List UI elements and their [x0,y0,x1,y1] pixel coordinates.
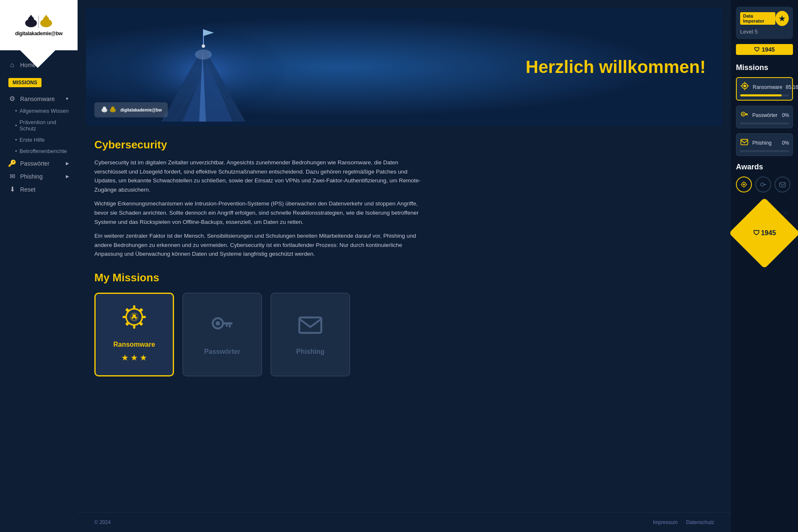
award-phishing [775,176,790,192]
phishing-progress-bg [740,150,789,152]
svg-rect-62 [746,184,747,185]
svg-rect-61 [741,184,742,185]
missions-section-label: Missions [736,63,793,72]
svg-rect-44 [299,317,322,333]
hero-banner: digitalakademie@bw Herzlich willkommen! [86,8,723,126]
svg-point-58 [743,184,745,186]
copyright: © 2024 [94,519,111,525]
phishing-card-label: Phishing [296,348,325,356]
phishing-label: Phishing [20,173,43,180]
footer: © 2024 Impressum Datenschutz [78,512,731,532]
mission-card-passwoerter[interactable]: Passwörter [182,293,262,376]
chevron-right-icon: ▶ [66,161,69,166]
hero-logo-svg [100,106,117,114]
ransomware-card-label: Ransomware [113,341,155,348]
score-popup-close[interactable]: ✕ [782,209,788,218]
svg-point-13 [202,44,205,48]
cybersecurity-p2: Wichtige Erkennungsmechanismen wie Intru… [94,199,430,226]
svg-rect-59 [743,182,744,182]
mission-item-passwoerter-icon [740,109,749,121]
missions-badge: MISSIONS [8,78,42,87]
logo-svg [20,14,57,31]
svg-point-20 [195,49,212,60]
score-shield-icon: 🛡 [753,229,760,237]
logo-area: digitalakademie@bw [0,0,78,50]
impressum-link[interactable]: Impressum [653,519,678,525]
cybersecurity-p3: Ein weiterer zentraler Faktor ist der Me… [94,231,430,259]
svg-rect-43 [226,324,228,327]
svg-point-40 [216,321,220,326]
mission-item-passwoerter[interactable]: Passwörter 0% [736,106,793,128]
mission-card-ransomware[interactable]: Ransomware ★ ★ ★ [94,293,174,376]
key-icon: 🔑 [8,159,16,167]
svg-marker-5 [44,15,48,17]
mission-item-ransomware-icon [740,81,749,93]
svg-point-55 [742,113,744,115]
score-popup[interactable]: ✕ 🛡 1945 [737,206,792,260]
right-panel: Data Imperator ★ Level 5 🛡 1945 Missions [731,0,798,532]
sidebar-item-betroffenenberichte[interactable]: Betroffenenberichte [0,145,78,157]
logo-content: digitalakademie@bw [15,14,62,36]
allgemeines-label: Allgemeines Wissen [20,108,69,114]
mission-item-phishing-header: Phishing 0% [740,137,789,148]
datenschutz-link[interactable]: Datenschutz [686,519,714,525]
passwoerter-label: Passwörter [20,160,49,167]
sidebar-item-allgemeines[interactable]: Allgemeines Wissen [0,105,78,117]
svg-rect-42 [229,324,231,327]
score-popup-content: 🛡 1945 [753,229,776,237]
ransomware-card-icon [120,302,149,337]
gear-icon: ⚙ [8,95,16,103]
user-header: Data Imperator ★ [740,11,789,26]
missions-grid: Ransomware ★ ★ ★ [94,293,714,376]
mission-item-phishing-name: Phishing [752,140,779,146]
user-card: Data Imperator ★ Level 5 [736,7,793,39]
mission-item-phishing[interactable]: Phishing 0% [736,133,793,156]
mission-item-phishing-pct: 0% [782,140,789,146]
shield-icon: 🛡 [754,46,760,53]
passwoerter-card-label: Passwörter [204,348,240,356]
svg-rect-30 [122,316,126,318]
svg-point-46 [743,85,746,87]
awards-label: Awards [736,163,793,171]
mission-card-phishing[interactable]: Phishing [270,293,350,376]
mission-item-passwoerter-header: Passwörter 0% [740,109,789,121]
svg-rect-53 [747,114,748,116]
svg-rect-48 [744,88,745,90]
sidebar-item-phishing[interactable]: ✉ Phishing ▶ [0,170,78,183]
mission-item-ransomware-pct: 85.16% [786,84,798,90]
chevron-down-icon: ▼ [65,96,69,101]
mission-item-passwoerter-pct: 0% [782,112,789,118]
main-content: digitalakademie@bw Herzlich willkommen! … [78,0,731,532]
passwoerter-card-icon [208,309,237,344]
cybersecurity-p1: Cybersecurity ist im digitalen Zeitalter… [94,158,430,194]
reset-label: Reset [20,186,36,193]
user-score-badge: 🛡 1945 [736,44,793,55]
phishing-card-icon [296,309,325,344]
svg-point-22 [103,106,106,110]
betroffenenberichte-label: Betroffenenberichte [20,148,67,154]
svg-rect-54 [746,114,746,115]
sidebar-item-passwoerter[interactable]: 🔑 Passwörter ▶ [0,157,78,170]
cybersecurity-title: Cybersecurity [94,138,714,151]
footer-links: Impressum Datenschutz [653,519,714,525]
sidebar-item-erste-hilfe[interactable]: Erste Hilfe [0,134,78,145]
score-popup-score: 🛡 1945 [753,229,776,237]
sidebar-item-praevention[interactable]: Prävention und Schutz [0,117,78,134]
mission-item-ransomware-name: Ransomware [753,84,782,90]
mission-item-ransomware[interactable]: Ransomware 85.16% [736,77,793,101]
award-ransomware [736,176,752,192]
sidebar-item-reset[interactable]: ⬇ Reset [0,183,78,196]
home-icon: ⌂ [8,61,16,69]
svg-rect-47 [744,82,745,83]
svg-marker-2 [29,15,33,17]
mission-item-phishing-icon [740,137,749,148]
sidebar-item-ransomware[interactable]: ⚙ Ransomware ▼ [0,92,78,105]
mail-icon: ✉ [8,172,16,180]
awards-row [736,176,793,192]
ransomware-stars: ★ ★ ★ [121,353,147,363]
hero-logo: digitalakademie@bw [94,102,168,117]
svg-rect-52 [745,114,748,115]
svg-point-63 [761,183,764,186]
star-badge: ★ [775,11,789,26]
praevention-label: Prävention und Schutz [20,119,69,132]
